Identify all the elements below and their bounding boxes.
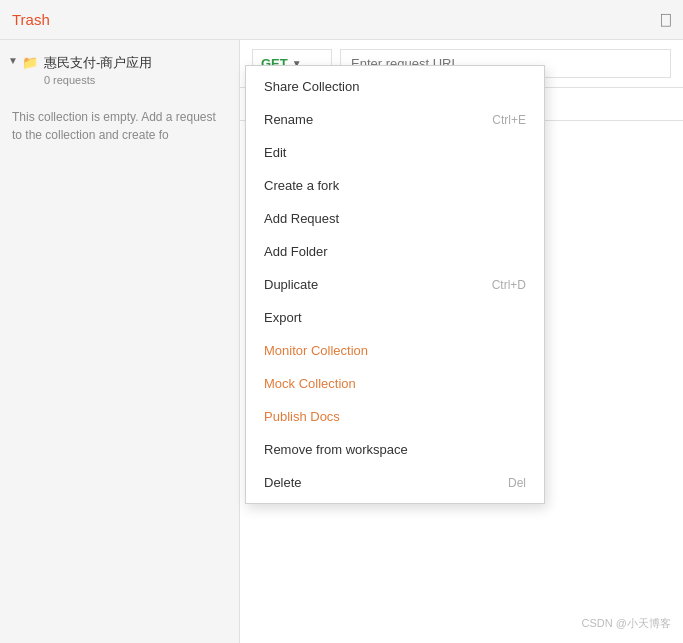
collection-name: 惠民支付-商户应用 <box>44 54 152 72</box>
collection-count: 0 requests <box>44 74 152 86</box>
context-menu: Share CollectionRenameCtrl+EEditCreate a… <box>245 65 545 504</box>
menu-item-rename[interactable]: RenameCtrl+E <box>246 103 544 136</box>
menu-item-label: Remove from workspace <box>264 442 408 457</box>
collection-item[interactable]: ▼ 📁 惠民支付-商户应用 0 requests <box>0 48 239 92</box>
menu-item-label: Duplicate <box>264 277 318 292</box>
menu-item-label: Add Request <box>264 211 339 226</box>
menu-item-add-folder[interactable]: Add Folder <box>246 235 544 268</box>
menu-item-edit[interactable]: Edit <box>246 136 544 169</box>
menu-item-shortcut: Ctrl+E <box>492 113 526 127</box>
menu-item-share[interactable]: Share Collection <box>246 70 544 103</box>
menu-item-label: Share Collection <box>264 79 359 94</box>
page-title: Trash <box>12 11 50 28</box>
menu-item-shortcut: Ctrl+D <box>492 278 526 292</box>
menu-item-label: Export <box>264 310 302 325</box>
menu-item-label: Rename <box>264 112 313 127</box>
menu-item-monitor[interactable]: Monitor Collection <box>246 334 544 367</box>
menu-item-duplicate[interactable]: DuplicateCtrl+D <box>246 268 544 301</box>
top-bar: Trash ⎕ <box>0 0 683 40</box>
menu-item-add-request[interactable]: Add Request <box>246 202 544 235</box>
menu-item-delete[interactable]: DeleteDel <box>246 466 544 499</box>
collapse-arrow-icon: ▼ <box>8 55 18 66</box>
menu-item-label: Edit <box>264 145 286 160</box>
folder-icon: 📁 <box>22 55 38 70</box>
sidebar-empty-text: This collection is empty. Add a request … <box>0 92 239 160</box>
menu-item-label: Publish Docs <box>264 409 340 424</box>
collection-info: 惠民支付-商户应用 0 requests <box>44 54 152 86</box>
import-icon[interactable]: ⎕ <box>661 11 671 29</box>
menu-item-shortcut: Del <box>508 476 526 490</box>
menu-item-mock[interactable]: Mock Collection <box>246 367 544 400</box>
menu-item-fork[interactable]: Create a fork <box>246 169 544 202</box>
menu-item-export[interactable]: Export <box>246 301 544 334</box>
menu-item-label: Delete <box>264 475 302 490</box>
menu-item-label: Monitor Collection <box>264 343 368 358</box>
menu-item-label: Add Folder <box>264 244 328 259</box>
watermark: CSDN @小天博客 <box>582 616 671 631</box>
sidebar: ▼ 📁 惠民支付-商户应用 0 requests This collection… <box>0 40 240 643</box>
menu-item-publish[interactable]: Publish Docs <box>246 400 544 433</box>
menu-item-label: Create a fork <box>264 178 339 193</box>
menu-item-label: Mock Collection <box>264 376 356 391</box>
menu-item-remove[interactable]: Remove from workspace <box>246 433 544 466</box>
